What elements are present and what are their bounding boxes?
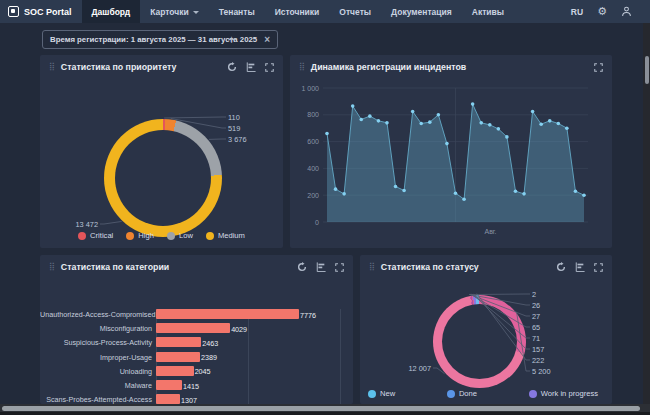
refresh-icon[interactable] [297, 262, 307, 272]
remove-filter-icon[interactable]: × [264, 35, 270, 45]
pie-callout-value: 27 [532, 313, 540, 320]
nav-item-дашборд[interactable]: Дашборд [82, 0, 141, 23]
pie-callout-value: 222 [532, 357, 544, 364]
bar-row[interactable]: Unloading2045 [40, 366, 353, 376]
bar-value-label: 4029 [231, 325, 247, 334]
settings-gear-icon[interactable]: ⚙ [597, 5, 607, 18]
drag-handle-icon[interactable]: ⣿ [49, 63, 55, 71]
bar[interactable] [156, 352, 200, 362]
bar-value-label: 1307 [181, 396, 197, 404]
panel-status-stats: ⣿ Статистика по статусу 2262765711572225… [360, 255, 612, 404]
legend-label: High [138, 231, 154, 240]
bar-row[interactable]: Improper-Usage2389 [40, 352, 353, 362]
fullscreen-icon[interactable] [265, 63, 274, 72]
filter-bar: Время регистрации: 1 августа 2025 — 31 а… [0, 23, 650, 55]
chart-type-icon[interactable] [575, 262, 585, 272]
bar[interactable] [156, 323, 230, 333]
navbar-right: RU ⚙ [571, 0, 650, 23]
bar-row[interactable]: Suspicious-Process-Activity2463 [40, 337, 353, 347]
status-legend: NewDoneWork in progress [368, 389, 608, 398]
brand[interactable]: SOC Portal [0, 0, 82, 23]
legend-item-critical[interactable]: Critical [78, 231, 113, 240]
svg-text:600: 600 [307, 138, 319, 145]
horizontal-scrollbar [0, 404, 650, 412]
legend-item-high[interactable]: High [126, 231, 154, 240]
bar[interactable] [156, 309, 299, 319]
add-filter-button[interactable]: + [222, 30, 241, 49]
horizontal-scrollbar-thumb[interactable] [2, 406, 640, 411]
chart-type-icon[interactable] [246, 62, 256, 72]
refresh-icon[interactable] [556, 262, 566, 272]
bar-row[interactable]: Misconfiguration4029 [40, 323, 353, 333]
bar[interactable] [156, 394, 180, 404]
fullscreen-icon[interactable] [594, 63, 603, 72]
nav-item-карточки[interactable]: Карточки [140, 0, 209, 23]
time-filter-chip[interactable]: Время регистрации: 1 августа 2025 — 31 а… [42, 30, 278, 49]
user-profile-icon[interactable] [621, 6, 632, 17]
priority-legend: CriticalHighLowMedium [40, 231, 283, 240]
bar-category-label: Improper-Usage [40, 353, 152, 362]
fullscreen-icon[interactable] [335, 263, 344, 272]
drag-handle-icon[interactable]: ⣿ [369, 263, 375, 271]
nav-item-label: Документация [391, 7, 452, 17]
chart-type-icon[interactable] [316, 262, 326, 272]
top-navbar: SOC Portal ДашбордКарточкиТенантыИсточни… [0, 0, 650, 23]
bar-row[interactable]: Malware1415 [40, 380, 353, 390]
panel-category-stats: ⣿ Статистика по категории Unauthorized-A… [40, 255, 353, 404]
panel-incident-dynamics: ⣿ Динамика регистрации инцидентов 1 0008… [290, 55, 612, 248]
drag-handle-icon[interactable]: ⣿ [49, 263, 55, 271]
bar-value-label: 7776 [300, 311, 316, 320]
panel-title: Статистика по приоритету [61, 62, 177, 72]
panel-title: Статистика по статусу [381, 262, 479, 272]
nav-item-тенанты[interactable]: Тенанты [209, 0, 265, 23]
bar-category-label: Malware [40, 381, 152, 390]
pie-callout-value: 71 [532, 335, 540, 342]
nav-item-активы[interactable]: Активы [462, 0, 514, 23]
nav-item-документация[interactable]: Документация [381, 0, 462, 23]
donut-hole [115, 130, 211, 226]
bar[interactable] [156, 366, 194, 376]
bar-row[interactable]: Scans-Probes-Attempted-Access1307 [40, 394, 353, 404]
pie-callout-value: 5 200 [532, 368, 551, 375]
legend-label: Medium [218, 231, 245, 240]
nav-item-отчеты[interactable]: Отчеты [329, 0, 381, 23]
legend-label: Critical [90, 231, 113, 240]
nav-item-label: Тенанты [219, 7, 255, 17]
language-switcher[interactable]: RU [571, 7, 583, 17]
bar-row[interactable]: Unauthorized-Access-Compromised7776 [40, 309, 353, 319]
panel-header: ⣿ Статистика по статусу [360, 255, 612, 279]
vertical-scrollbar-thumb[interactable] [645, 56, 649, 84]
svg-text:200: 200 [307, 192, 319, 199]
pie-callout-value: 110 [228, 114, 240, 121]
bar[interactable] [156, 337, 201, 347]
legend-item-low[interactable]: Low [167, 231, 193, 240]
chevron-down-icon [193, 11, 199, 14]
bar-category-label: Unauthorized-Access-Compromised [40, 310, 152, 319]
svg-text:800: 800 [307, 111, 319, 118]
bar-value-label: 2463 [202, 339, 218, 348]
status-donut-chart[interactable]: 2262765711572225 20012 007 [360, 279, 612, 404]
legend-color-dot [368, 390, 376, 398]
legend-item-done[interactable]: Done [447, 389, 477, 398]
pie-callout-value: 2 [532, 291, 536, 298]
incidents-area-chart[interactable]: 1 0008006004002000Авг. [290, 79, 612, 248]
legend-color-dot [126, 232, 134, 240]
svg-text:1 000: 1 000 [301, 85, 319, 92]
nav-item-label: Отчеты [339, 7, 371, 17]
legend-item-new[interactable]: New [368, 389, 395, 398]
legend-item-medium[interactable]: Medium [206, 231, 245, 240]
bar-value-label: 2389 [201, 353, 217, 362]
category-bar-chart[interactable]: Unauthorized-Access-Compromised7776Misco… [40, 309, 353, 404]
fullscreen-icon[interactable] [594, 263, 603, 272]
donut-hole [442, 304, 517, 379]
pie-callout-value: 519 [228, 125, 240, 132]
legend-color-dot [529, 390, 537, 398]
refresh-icon[interactable] [227, 62, 237, 72]
legend-label: Done [459, 389, 477, 398]
legend-item-work-in-progress[interactable]: Work in progress [529, 389, 598, 398]
drag-handle-icon[interactable]: ⣿ [299, 63, 305, 71]
priority-donut-chart[interactable]: 1105193 67613 472 [40, 79, 283, 248]
bar-category-label: Scans-Probes-Attempted-Access [40, 395, 152, 404]
nav-item-источники[interactable]: Источники [265, 0, 330, 23]
bar[interactable] [156, 380, 182, 390]
